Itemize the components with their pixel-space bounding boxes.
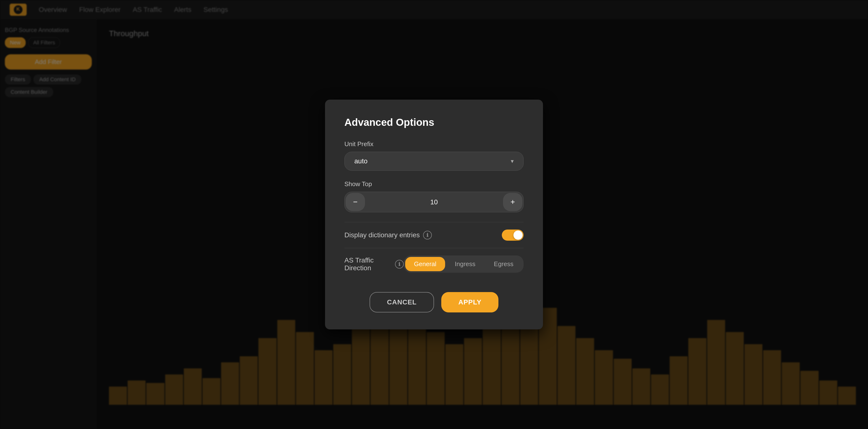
divider-1 — [344, 222, 524, 222]
direction-buttons-group: General Ingress Egress — [404, 255, 524, 273]
show-top-label: Show Top — [344, 180, 524, 188]
unit-prefix-select-container: auto ▾ — [344, 152, 524, 171]
modal-title: Advanced Options — [344, 117, 524, 128]
apply-button[interactable]: APPLY — [441, 292, 498, 312]
increment-button[interactable]: + — [503, 193, 522, 211]
modal-footer: CANCEL APPLY — [344, 292, 524, 312]
cancel-button[interactable]: CANCEL — [370, 292, 434, 312]
unit-prefix-section: Unit Prefix auto ▾ — [344, 140, 524, 171]
direction-ingress-button[interactable]: Ingress — [446, 257, 484, 271]
direction-general-button[interactable]: General — [405, 257, 445, 271]
direction-egress-button[interactable]: Egress — [485, 257, 522, 271]
chevron-down-icon: ▾ — [511, 158, 514, 165]
divider-2 — [344, 248, 524, 248]
show-top-section: Show Top − 10 + — [344, 180, 524, 212]
as-traffic-info-icon[interactable]: ℹ — [395, 260, 404, 268]
as-traffic-label: AS Traffic Direction — [344, 256, 392, 272]
as-traffic-label-group: AS Traffic Direction ℹ — [344, 256, 404, 272]
advanced-options-modal: Advanced Options Unit Prefix auto ▾ Show… — [325, 99, 543, 330]
decrement-button[interactable]: − — [346, 193, 365, 211]
stepper-value: 10 — [366, 198, 502, 206]
display-dict-label-group: Display dictionary entries ℹ — [344, 231, 432, 239]
modal-backdrop: Advanced Options Unit Prefix auto ▾ Show… — [0, 0, 868, 429]
as-traffic-row: AS Traffic Direction ℹ General Ingress E… — [344, 251, 524, 278]
display-dict-toggle[interactable] — [502, 230, 524, 241]
unit-prefix-value: auto — [354, 157, 368, 165]
unit-prefix-select[interactable]: auto ▾ — [344, 152, 524, 171]
display-dict-info-icon[interactable]: ℹ — [423, 231, 432, 239]
show-top-stepper: − 10 + — [344, 192, 524, 212]
toggle-knob — [514, 230, 523, 240]
display-dict-row: Display dictionary entries ℹ — [344, 225, 524, 246]
display-dict-label: Display dictionary entries — [344, 231, 420, 239]
unit-prefix-label: Unit Prefix — [344, 140, 524, 148]
